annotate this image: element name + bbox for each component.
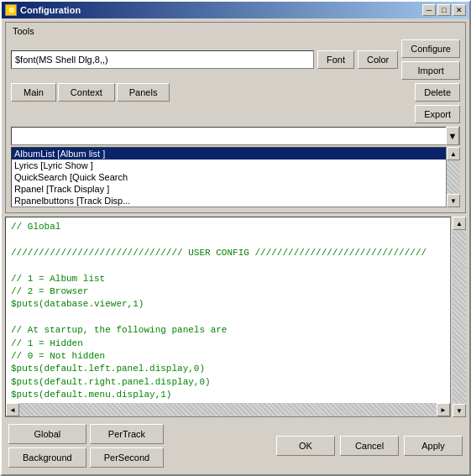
main-content: Tools $font(MS Shell Dlg,8,,) Font Color…	[2, 18, 469, 474]
tab-panels[interactable]: Panels	[117, 83, 170, 102]
import-button[interactable]: Import	[401, 61, 460, 80]
scroll-down-button[interactable]: ▼	[447, 194, 460, 207]
tools-label: Tools	[11, 26, 36, 36]
close-button[interactable]: ✕	[453, 4, 466, 16]
scroll-track[interactable]	[447, 160, 460, 194]
export-button[interactable]: Export	[415, 105, 460, 123]
list-scrollbar: ▲ ▼	[447, 147, 460, 207]
window-title: Configuration	[20, 5, 81, 15]
font-value: $font(MS Shell Dlg,8,,)	[15, 55, 108, 65]
tabs-row: Main Context Panels Delete Export	[11, 83, 460, 123]
tools-row1: $font(MS Shell Dlg,8,,) Font Color Confi…	[11, 39, 460, 80]
title-controls: ─ □ ✕	[422, 4, 466, 16]
editor-content[interactable]: // Global //////////////////////////////…	[6, 217, 450, 403]
configure-button[interactable]: Configure	[401, 39, 460, 58]
editor-area: // Global //////////////////////////////…	[5, 217, 451, 417]
list-item[interactable]: Lyrics [Lyric Show ]	[12, 160, 446, 171]
hscroll-left-button[interactable]: ◄	[6, 403, 19, 416]
editor-vscroll: ▲ ▼	[453, 217, 466, 417]
editor-hscroll: ◄ ►	[6, 403, 450, 416]
list-item[interactable]: QuickSearch [Quick Search	[12, 171, 446, 183]
global-button[interactable]: Global	[8, 424, 86, 444]
list-item[interactable]: Rpanel [Track Display ]	[12, 183, 446, 195]
dropdown-input[interactable]: ▼	[11, 127, 460, 145]
tab-main[interactable]: Main	[11, 83, 56, 102]
title-bar-text: ⚙ Configuration	[5, 4, 81, 16]
bottom-left-buttons: Global PerTrack Background PerSecond	[8, 424, 164, 468]
font-button[interactable]: Font	[317, 50, 354, 69]
editor-area-container: // Global //////////////////////////////…	[5, 217, 466, 417]
list-item[interactable]: AlbumList [Album list ]	[12, 148, 446, 160]
list-box[interactable]: AlbumList [Album list ] Lyrics [Lyric Sh…	[11, 147, 447, 207]
vscroll-track[interactable]	[453, 230, 466, 404]
delete-export-buttons: Delete Export	[415, 83, 460, 123]
apply-button[interactable]: Apply	[404, 436, 463, 456]
per-track-button[interactable]: PerTrack	[90, 424, 164, 444]
hscroll-right-button[interactable]: ►	[437, 403, 450, 416]
cancel-button[interactable]: Cancel	[340, 436, 399, 456]
delete-button[interactable]: Delete	[415, 83, 460, 102]
tools-group: Tools $font(MS Shell Dlg,8,,) Font Color…	[5, 22, 466, 213]
vscroll-up-button[interactable]: ▲	[453, 217, 466, 230]
tab-context[interactable]: Context	[58, 83, 115, 102]
dropdown-arrow-icon[interactable]: ▼	[446, 127, 459, 145]
scroll-up-button[interactable]: ▲	[447, 147, 460, 160]
background-button[interactable]: Background	[8, 447, 86, 468]
per-second-button[interactable]: PerSecond	[90, 447, 164, 468]
ok-button[interactable]: OK	[276, 436, 335, 456]
list-item[interactable]: Rpanelbuttons [Track Disp...	[12, 195, 446, 207]
tools-row3: ▼ AlbumList [Album list ] Lyrics [Lyric …	[11, 127, 460, 207]
maximize-button[interactable]: □	[437, 4, 451, 16]
color-button[interactable]: Color	[358, 50, 398, 69]
configuration-window: ⚙ Configuration ─ □ ✕ Tools $font(MS She…	[0, 0, 471, 476]
bottom-right-buttons: OK Cancel Apply	[276, 436, 463, 456]
minimize-button[interactable]: ─	[422, 4, 436, 16]
dropdown-container: ▼	[11, 127, 460, 145]
bottom-bar: Global PerTrack Background PerSecond OK …	[5, 421, 466, 471]
window-icon: ⚙	[5, 4, 17, 16]
top-side-buttons: Configure Import	[401, 39, 460, 80]
hscroll-track[interactable]	[19, 403, 437, 416]
title-bar: ⚙ Configuration ─ □ ✕	[2, 2, 469, 18]
font-display: $font(MS Shell Dlg,8,,)	[11, 50, 314, 69]
vscroll-down-button[interactable]: ▼	[453, 404, 466, 417]
list-item[interactable]: SCPL [Single Column Pla...	[12, 207, 446, 207]
list-area: AlbumList [Album list ] Lyrics [Lyric Sh…	[11, 147, 460, 207]
